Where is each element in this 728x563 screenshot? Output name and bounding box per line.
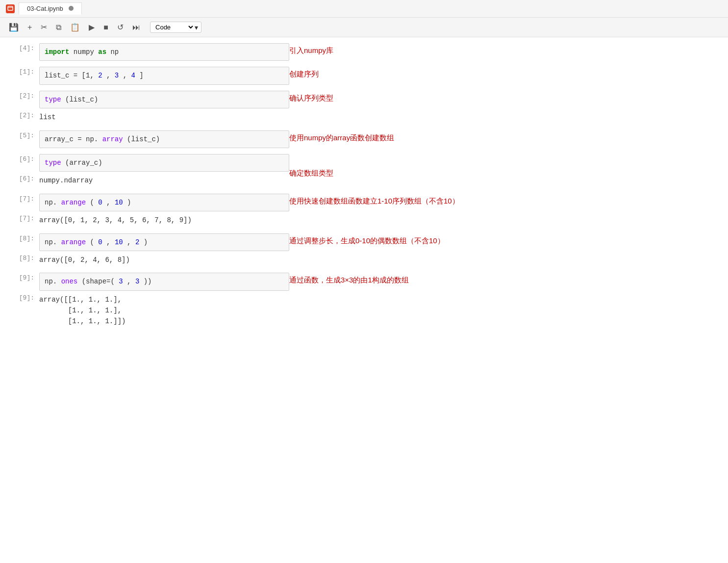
notebook-tab[interactable]: 03-Cat.ipynb [19, 2, 82, 15]
cell-8-output-label: [8]: [10, 253, 34, 262]
num-0: 0 [98, 199, 102, 206]
code-plain: list_c = [1, [45, 72, 98, 79]
keyword-import: import [45, 48, 69, 56]
num-3b: 3 [135, 278, 139, 285]
cell-7-comment: 使用快速创建数组函数建立1-10序列数组（不含10） [289, 194, 718, 206]
cell-4-left: [4]: import numpy as np [10, 43, 289, 61]
titlebar: 03-Cat.ipynb [0, 0, 728, 18]
app-icon [6, 4, 15, 13]
func-type: type [45, 96, 61, 103]
num-2: 2 [98, 72, 102, 79]
cell-8: [8]: np. arange ( 0 , 10 , 2 ) [8]: arra… [0, 232, 728, 268]
func-array: array [102, 135, 123, 143]
cell-8-code[interactable]: np. arange ( 0 , 10 , 2 ) [39, 233, 289, 251]
cell-9-output-label: [9]: [10, 293, 34, 302]
code-plain: (array_c) [65, 159, 102, 167]
cell-9-code[interactable]: np. ones (shape=( 3 , 3 )) [39, 273, 289, 290]
code-plain: ( [90, 238, 94, 246]
func-arange: arange [61, 199, 86, 206]
keyword-as: as [98, 48, 106, 56]
cell-1: [1]: list_c = [1, 2 , 3 , 4 ] 创建序列 [0, 66, 728, 85]
cell-1-comment: 创建序列 [289, 67, 718, 79]
cell-6-left: [6]: type (array_c) [6]: numpy.ndarray [10, 154, 289, 188]
code-plain: np. [45, 278, 57, 285]
cell-1-left: [1]: list_c = [1, 2 , 3 , 4 ] [10, 67, 289, 84]
cell-8-comment: 通过调整步长，生成0-10的偶数数组（不含10） [289, 233, 718, 246]
code-plain: ) [144, 238, 148, 246]
code-plain: (shape=( [82, 278, 115, 285]
num-10b: 10 [115, 238, 123, 246]
add-cell-button[interactable]: + [25, 21, 35, 34]
code-plain: ] [139, 72, 143, 79]
cell-4-code[interactable]: import numpy as np [39, 43, 289, 61]
cell-4: [4]: import numpy as np 引入numpy库 [0, 42, 728, 62]
svg-rect-0 [8, 6, 13, 10]
cell-2-input-label: [2]: [10, 91, 34, 100]
cell-6: [6]: type (array_c) [6]: numpy.ndarray 确… [0, 153, 728, 189]
code-plain: array_c = np. [45, 135, 98, 143]
cell-2-comment: 确认序列类型 [289, 91, 718, 103]
cell-1-code[interactable]: list_c = [1, 2 , 3 , 4 ] [39, 67, 289, 84]
save-button[interactable]: 💾 [6, 21, 22, 34]
cell-7-output-label: [7]: [10, 213, 34, 222]
cell-type-select[interactable]: Code Markdown Raw [153, 23, 195, 31]
code-plain: , [106, 199, 110, 206]
code-plain: , [106, 238, 110, 246]
copy-button[interactable]: ⧉ [53, 21, 64, 34]
cell-4-label: [4]: [10, 43, 34, 52]
cell-8-input-label: [8]: [10, 233, 34, 242]
num-4: 4 [131, 72, 135, 79]
cell-2: [2]: type (list_c) [2]: list 确认序列类型 [0, 90, 728, 126]
cell-6-code[interactable]: type (array_c) [39, 154, 289, 172]
cell-6-output: numpy.ndarray [39, 174, 93, 187]
code-plain: numpy [74, 48, 98, 56]
paste-button[interactable]: 📋 [67, 21, 83, 34]
cell-9-input-label: [9]: [10, 273, 34, 282]
cell-9: [9]: np. ones (shape=( 3 , 3 )) [9]: arr… [0, 272, 728, 330]
code-plain: (list_c) [127, 135, 160, 143]
cell-type-selector-wrap[interactable]: Code Markdown Raw ▾ [150, 22, 201, 33]
code-plain: , [123, 72, 131, 79]
toolbar: 💾 + ✂ ⧉ 📋 ▶ ■ ↺ ⏭ Code Markdown Raw ▾ [0, 18, 728, 37]
cell-5-code[interactable]: array_c = np. array (list_c) [39, 130, 289, 148]
cell-7-input-label: [7]: [10, 194, 34, 203]
fast-forward-button[interactable]: ⏭ [129, 21, 143, 34]
cell-9-comment: 通过函数，生成3×3的由1构成的数组 [289, 273, 718, 285]
stop-button[interactable]: ■ [100, 21, 111, 34]
cell-8-left: [8]: np. arange ( 0 , 10 , 2 ) [8]: arra… [10, 233, 289, 267]
cell-5-left: [5]: array_c = np. array (list_c) [10, 130, 289, 148]
code-plain: ( [90, 199, 94, 206]
cell-7: [7]: np. arange ( 0 , 10 ) [7]: array([0… [0, 193, 728, 229]
num-3: 3 [115, 72, 119, 79]
cell-9-left: [9]: np. ones (shape=( 3 , 3 )) [9]: arr… [10, 273, 289, 329]
cell-7-left: [7]: np. arange ( 0 , 10 ) [7]: array([0… [10, 194, 289, 228]
cell-1-label: [1]: [10, 67, 34, 76]
unsaved-indicator [69, 6, 74, 11]
cell-5-label: [5]: [10, 130, 34, 139]
cell-4-comment: 引入numpy库 [289, 43, 718, 55]
cell-2-output-label: [2]: [10, 110, 34, 119]
notebook-content: [4]: import numpy as np 引入numpy库 [1]: li… [0, 37, 728, 334]
func-ones: ones [61, 278, 78, 285]
cell-9-output: array([[1., 1., 1.], [1., 1., 1.], [1., … [39, 293, 126, 329]
code-plain: , [106, 72, 115, 79]
cell-2-code[interactable]: type (list_c) [39, 91, 289, 108]
run-button[interactable]: ▶ [86, 21, 98, 34]
code-plain: np. [45, 238, 57, 246]
func-type2: type [45, 159, 61, 167]
num-10: 10 [115, 199, 123, 206]
cut-button[interactable]: ✂ [38, 21, 50, 34]
restart-button[interactable]: ↺ [114, 21, 126, 34]
code-plain: , [127, 238, 131, 246]
code-plain: )) [144, 278, 152, 285]
cell-8-output: array([0, 2, 4, 6, 8]) [39, 253, 130, 267]
num-2b: 2 [135, 238, 139, 246]
num-3a: 3 [119, 278, 123, 285]
cell-7-output: array([0, 1, 2, 3, 4, 5, 6, 7, 8, 9]) [39, 213, 192, 227]
code-plain: np. [45, 199, 57, 206]
chevron-down-icon: ▾ [195, 24, 198, 31]
code-plain: , [127, 278, 131, 285]
cell-6-input-label: [6]: [10, 154, 34, 163]
cell-7-code[interactable]: np. arange ( 0 , 10 ) [39, 194, 289, 211]
num-0b: 0 [98, 238, 102, 246]
